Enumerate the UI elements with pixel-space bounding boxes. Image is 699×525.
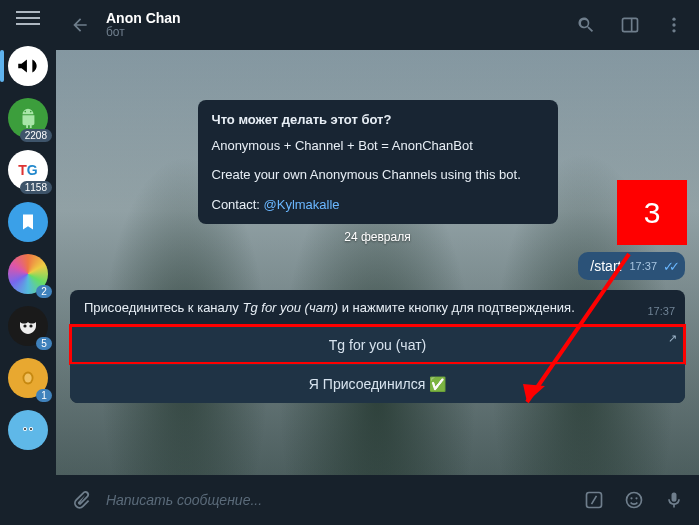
side-panel-icon[interactable] — [613, 8, 647, 42]
svg-point-21 — [635, 497, 637, 499]
bot-intro-line2: Create your own Anonymous Channels using… — [212, 165, 544, 185]
chat-list-item-3[interactable]: TG 1158 — [6, 148, 50, 192]
outgoing-text: /start — [590, 258, 621, 274]
bookmark-icon — [8, 202, 48, 242]
voice-icon[interactable] — [659, 485, 689, 515]
chat-list-item-7[interactable]: 1 — [6, 356, 50, 400]
unread-badge: 5 — [36, 337, 52, 350]
svg-point-14 — [672, 29, 675, 32]
chat-list-item-6[interactable]: 5 — [6, 304, 50, 348]
svg-point-2 — [23, 324, 26, 327]
read-checks-icon: ✓✓ — [663, 259, 675, 274]
chat-sidebar: 2208 TG 1158 2 5 1 — [0, 0, 56, 525]
more-icon[interactable] — [657, 8, 691, 42]
external-link-icon: ↗ — [668, 332, 677, 345]
svg-line-18 — [592, 496, 597, 504]
commands-icon[interactable] — [579, 485, 609, 515]
inline-button-channel[interactable]: Tg for you (чат) ↗ — [70, 325, 685, 364]
svg-point-20 — [630, 497, 632, 499]
inline-keyboard: Tg for you (чат) ↗ Я Присоединился ✅ — [70, 325, 685, 403]
chat-list-item-5[interactable]: 2 — [6, 252, 50, 296]
unread-badge: 2 — [36, 285, 52, 298]
main-panel: Anon Chan бот Что может делать этот бот?… — [56, 0, 699, 525]
incoming-message-group: Присоединитесь к каналу Tg for you (чат)… — [70, 290, 685, 403]
svg-point-19 — [627, 493, 642, 508]
megaphone-icon — [8, 46, 48, 86]
chat-list-item-8[interactable] — [6, 408, 50, 452]
unread-badge: 1 — [36, 389, 52, 402]
svg-point-8 — [24, 428, 26, 430]
unread-badge: 1158 — [20, 181, 52, 194]
svg-point-9 — [30, 428, 32, 430]
outgoing-row: /start 17:37 ✓✓ — [70, 252, 685, 280]
bot-intro-line1: Anonymous + Channel + Bot = AnonChanBot — [212, 136, 544, 156]
compose-bar — [56, 475, 699, 525]
incoming-message[interactable]: Присоединитесь к каналу Tg for you (чат)… — [70, 290, 685, 325]
bot-intro-heading: Что может делать этот бот? — [212, 110, 544, 130]
hamburger-menu-icon[interactable] — [16, 6, 40, 30]
outgoing-time: 17:37 — [629, 260, 657, 272]
app-root: 2208 TG 1158 2 5 1 — [0, 0, 699, 525]
chat-header: Anon Chan бот — [56, 0, 699, 50]
chat-subtitle: бот — [106, 26, 559, 40]
incoming-time: 17:37 — [647, 305, 675, 317]
inline-button-joined[interactable]: Я Присоединился ✅ — [70, 364, 685, 403]
annotation-step-number: 3 — [617, 180, 687, 245]
chat-list-item-2[interactable]: 2208 — [6, 96, 50, 140]
chat-list-item-4[interactable] — [6, 200, 50, 244]
attach-icon[interactable] — [66, 485, 96, 515]
chat-list-item-1[interactable] — [6, 44, 50, 88]
svg-point-1 — [30, 111, 32, 113]
outgoing-message[interactable]: /start 17:37 ✓✓ — [578, 252, 685, 280]
bot-intro-bubble: Что может делать этот бот? Anonymous + C… — [198, 100, 558, 224]
svg-point-13 — [672, 23, 675, 26]
chat-title-block[interactable]: Anon Chan бот — [106, 10, 559, 40]
message-input[interactable] — [106, 492, 569, 508]
unread-badge: 2208 — [20, 129, 52, 142]
avatar-face — [8, 410, 48, 450]
emoji-icon[interactable] — [619, 485, 649, 515]
chat-title: Anon Chan — [106, 10, 559, 26]
svg-point-3 — [29, 324, 32, 327]
bot-intro-contact: Contact: @Kylmakalle — [212, 195, 544, 215]
svg-point-12 — [672, 18, 675, 21]
date-separator: 24 февраля — [70, 230, 685, 244]
contact-link[interactable]: @Kylmakalle — [264, 197, 340, 212]
svg-point-0 — [24, 111, 26, 113]
back-arrow-icon[interactable] — [64, 9, 96, 41]
messages-area: Что может делать этот бот? Anonymous + C… — [56, 50, 699, 475]
svg-rect-10 — [623, 18, 638, 31]
search-icon[interactable] — [569, 8, 603, 42]
svg-point-5 — [24, 373, 31, 382]
